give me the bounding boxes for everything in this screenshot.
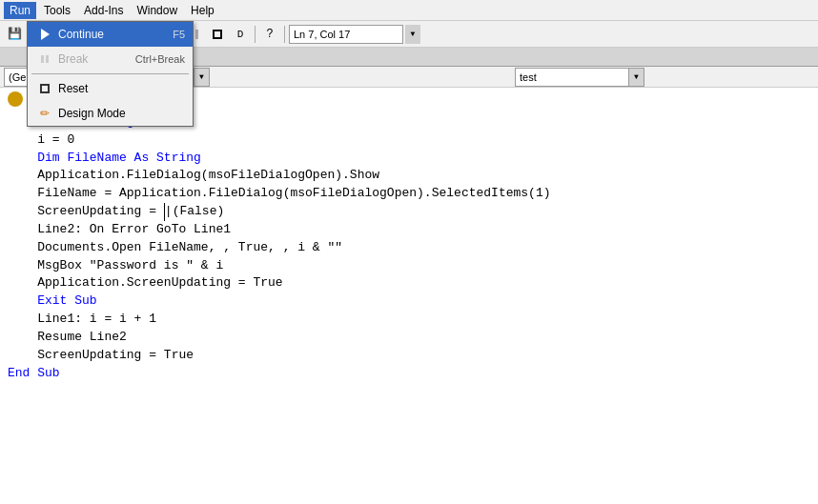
pause-icon-small bbox=[41, 55, 49, 63]
code-line-11: Resume Line2 bbox=[8, 329, 810, 347]
continue-shortcut: F5 bbox=[173, 29, 185, 40]
break-icon bbox=[35, 50, 54, 69]
play-triangle-icon bbox=[41, 29, 50, 40]
menu-run[interactable]: Run bbox=[4, 2, 36, 19]
test-combo[interactable]: test bbox=[515, 68, 629, 87]
menu-design-mode[interactable]: ✏ Design Mode bbox=[28, 101, 193, 126]
menu-separator bbox=[31, 73, 189, 74]
test-combo-label: test bbox=[520, 71, 537, 83]
code-line-exit: Exit Sub bbox=[8, 292, 810, 311]
continue-label: Continue bbox=[58, 28, 173, 41]
menu-help[interactable]: Help bbox=[185, 2, 220, 19]
menu-addins[interactable]: Add-Ins bbox=[78, 2, 129, 19]
location-dropdown[interactable]: ▼ bbox=[405, 25, 420, 44]
menu-continue[interactable]: Continue F5 bbox=[28, 22, 193, 47]
design-mode-icon: D bbox=[237, 29, 244, 40]
location-box: Ln 7, Col 17 bbox=[289, 25, 403, 44]
code-line-3: Dim FileName As String bbox=[8, 150, 810, 168]
break-label: Break bbox=[58, 52, 135, 66]
code-area[interactable]: Sub test() Dim i As Long i = 0 Dim FileN… bbox=[0, 88, 818, 504]
code-line-end: End Sub bbox=[8, 365, 810, 383]
menu-bar: Run Tools Add-Ins Window Help bbox=[0, 0, 818, 21]
reset-square-icon bbox=[40, 84, 50, 93]
code-line-5: FileName = Application.FileDialog(msoFil… bbox=[8, 185, 810, 203]
menu-break[interactable]: Break Ctrl+Break bbox=[28, 47, 193, 71]
toolbar-save[interactable]: 💾 bbox=[4, 24, 25, 45]
general-combo-arrow[interactable]: ▼ bbox=[194, 68, 210, 87]
reset-label: Reset bbox=[58, 82, 185, 95]
reset-icon bbox=[213, 30, 222, 39]
code-line-8: MsgBox "Password is " & i bbox=[8, 257, 810, 275]
code-line-2: i = 0 bbox=[8, 131, 810, 150]
editor-container: (General) ▼ test ▼ Sub test() Dim i As L… bbox=[0, 67, 818, 504]
toolbar-reset[interactable] bbox=[207, 24, 228, 45]
toolbar-sep4 bbox=[255, 26, 256, 43]
run-dropdown-menu: Continue F5 Break Ctrl+Break Reset ✏ Des… bbox=[27, 21, 194, 127]
design-mode-label: Design Mode bbox=[58, 107, 185, 120]
reset-icon-menu bbox=[35, 79, 54, 98]
code-line-9: Application.ScreenUpdating = True bbox=[8, 274, 810, 292]
toolbar-help[interactable]: ? bbox=[259, 24, 280, 45]
design-mode-icon-menu: ✏ bbox=[35, 104, 54, 123]
location-text: Ln 7, Col 17 bbox=[294, 29, 350, 40]
test-combo-arrow[interactable]: ▼ bbox=[629, 68, 644, 87]
code-line-10: Line1: i = i + 1 bbox=[8, 311, 810, 329]
code-line-12: ScreenUpdating = True bbox=[8, 347, 810, 365]
code-line-cursor: ScreenUpdating = |(False) bbox=[8, 203, 810, 221]
toolbar-sep5 bbox=[284, 26, 285, 43]
code-line-4: Application.FileDialog(msoFileDialogOpen… bbox=[8, 167, 810, 185]
break-shortcut: Ctrl+Break bbox=[135, 53, 185, 65]
code-line-7: Documents.Open FileName, , True, , i & "… bbox=[8, 239, 810, 257]
toolbar-design-mode[interactable]: D bbox=[230, 24, 251, 45]
text-cursor: | bbox=[164, 203, 173, 221]
menu-tools[interactable]: Tools bbox=[38, 2, 76, 19]
continue-icon bbox=[35, 25, 54, 44]
menu-window[interactable]: Window bbox=[131, 2, 183, 19]
code-line-6: Line2: On Error GoTo Line1 bbox=[8, 221, 810, 239]
menu-reset[interactable]: Reset bbox=[28, 76, 193, 101]
design-mode-glyph: ✏ bbox=[40, 107, 50, 120]
sub-marker-icon bbox=[8, 91, 23, 107]
